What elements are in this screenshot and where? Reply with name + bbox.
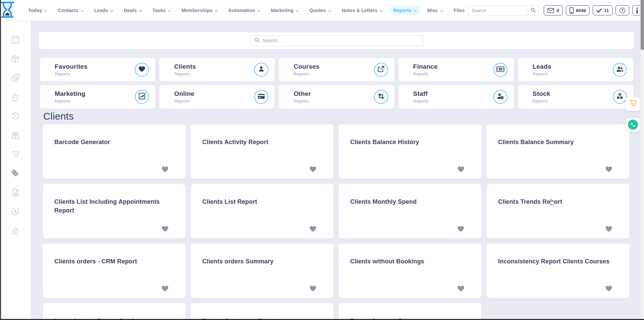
report-card-inconsistency-report-services[interactable]: Inconsistency Report Services (43, 303, 185, 320)
sidebar-gift-icon[interactable] (11, 131, 20, 140)
report-card-clients-balance-summary[interactable]: Clients Balance Summary (487, 124, 629, 179)
favourite-heart-icon[interactable] (457, 226, 465, 232)
category-title: Leads (533, 63, 613, 70)
badge-calls[interactable]: 6048 (566, 5, 590, 15)
scrollbar-thumb[interactable] (641, 0, 644, 50)
category-card-marketing[interactable]: Marketing Reports (40, 85, 155, 109)
nav-item-deals[interactable]: Deals (120, 5, 145, 15)
category-card-courses[interactable]: Courses Reports (279, 58, 394, 81)
report-card-barcode-generator[interactable]: Barcode Generator (43, 124, 185, 179)
report-card-report-consent-forms[interactable]: Report Consent Forms (339, 303, 481, 320)
chevron-down-icon (80, 10, 84, 12)
favourite-heart-icon[interactable] (457, 285, 465, 292)
nav-item-files[interactable]: Files (450, 5, 468, 15)
chevron-down-icon (110, 10, 113, 12)
favourite-heart-icon[interactable] (605, 166, 612, 173)
category-card-stock[interactable]: Stock Reports (518, 85, 633, 109)
badge-help[interactable]: ? (615, 5, 629, 15)
topbar-search-input[interactable] (468, 5, 527, 16)
nav-item-automation[interactable]: Automation (225, 5, 264, 15)
sidebar-lock-icon[interactable] (11, 227, 20, 236)
badge-tasks[interactable]: 11 (593, 5, 612, 15)
topbar-search-button[interactable] (527, 5, 539, 16)
report-card-clients-monthly-spend[interactable]: Clients Monthly Spend (339, 184, 481, 238)
nav-item-tasks[interactable]: Tasks (149, 5, 175, 15)
category-card-online[interactable]: Online Reports (159, 85, 275, 109)
category-title: Favourites (55, 63, 135, 70)
sidebar-copy-icon[interactable] (11, 74, 20, 83)
nav-item-memberships[interactable]: Memberships (178, 5, 221, 15)
favourite-heart-icon[interactable] (309, 166, 317, 173)
reports-search-input[interactable] (263, 38, 419, 43)
sidebar-cart-icon[interactable] (11, 150, 20, 159)
report-card-clients-trends-report[interactable]: Clients Trends Report (487, 184, 629, 238)
user-clock-icon (497, 93, 504, 101)
sidebar-bag-icon[interactable] (11, 93, 20, 102)
report-title: Clients Balance History (350, 138, 469, 146)
chevron-down-icon (215, 10, 218, 12)
history-icon (11, 112, 19, 122)
report-icon (11, 188, 19, 198)
report-title: Clients orders Summary (202, 257, 321, 266)
cart-icon (11, 150, 19, 159)
reports-search-field[interactable] (250, 35, 423, 46)
nav-item-notes-letters[interactable]: Notes & Letters (338, 5, 386, 15)
report-card-clients-activity-report[interactable]: Clients Activity Report (191, 124, 333, 179)
report-card-clients-without-bookings[interactable]: Clients without Bookings (339, 244, 481, 298)
sidebar-package-icon[interactable] (11, 55, 20, 64)
search-icon (254, 37, 260, 44)
report-title: Inconsistency Report Clients Courses (498, 257, 616, 266)
reports-search-band (39, 32, 634, 49)
sidebar-report-icon[interactable] (11, 189, 20, 197)
category-card-other[interactable]: Other Reports (279, 85, 394, 109)
report-card-clients-list-including-appointments-report[interactable]: Clients List Including Appointments Repo… (43, 184, 185, 238)
sidebar-account-icon[interactable] (11, 208, 20, 216)
report-card-inconsistency-report-clients-courses[interactable]: Inconsistency Report Clients Courses (487, 244, 629, 298)
nav-item-misc[interactable]: Misc (424, 5, 447, 15)
sidebar-history-icon[interactable] (11, 112, 20, 121)
nav-item-contacts[interactable]: Contacts (54, 5, 87, 15)
favourite-heart-icon[interactable] (309, 285, 317, 292)
favourite-heart-icon[interactable] (161, 226, 169, 232)
category-card-favourites[interactable]: Favourites Reports (40, 58, 155, 81)
floating-chat-button[interactable] (626, 118, 640, 132)
report-card-clients-list-report[interactable]: Clients List Report (191, 184, 333, 238)
nav-item-leads[interactable]: Leads (91, 5, 117, 15)
category-card-staff[interactable]: Staff Reports (398, 85, 514, 109)
report-card-clients-balance-history[interactable]: Clients Balance History (339, 124, 481, 179)
nav-item-today[interactable]: Today (25, 5, 51, 15)
app-logo[interactable] (0, 1, 15, 19)
nav-item-quotes[interactable]: Quotes (306, 5, 334, 15)
sidebar-calendar-icon[interactable]: 12 (11, 36, 20, 45)
sidebar-tag-icon[interactable]: $ (11, 170, 20, 178)
favourite-heart-icon[interactable] (309, 226, 317, 232)
chevron-down-icon (328, 10, 331, 12)
favourite-heart-icon[interactable] (457, 166, 465, 173)
favourite-heart-icon[interactable] (161, 166, 169, 173)
category-card-finance[interactable]: Finance Reports 0 (398, 58, 514, 81)
chevron-down-icon (379, 10, 383, 12)
page-scrollbar[interactable] (640, 0, 644, 320)
report-card-clients-orders-summary[interactable]: Clients orders Summary (191, 244, 333, 298)
nav-item-reports[interactable]: Reports (390, 5, 420, 15)
category-title: Stock (533, 90, 613, 98)
category-subtitle: Reports (533, 71, 613, 76)
badge-messages[interactable]: 0 (544, 5, 563, 15)
icon-sidebar: 12 $ (0, 21, 31, 320)
svg-text:0: 0 (500, 68, 501, 70)
favourite-heart-icon[interactable] (605, 285, 612, 292)
report-card-clients-orders-crm-report[interactable]: Clients orders - CRM Report (43, 244, 185, 298)
favourite-heart-icon[interactable] (605, 226, 612, 232)
lock-icon (11, 227, 19, 236)
category-title: Finance (413, 63, 493, 70)
category-card-clients[interactable]: Clients Reports (159, 58, 275, 81)
category-title: Clients (174, 63, 254, 70)
favourite-heart-icon[interactable] (161, 285, 169, 292)
heart-icon (138, 66, 146, 74)
category-card-leads[interactable]: Leads Reports (518, 58, 633, 81)
report-card-repeat-customers-report[interactable]: Repeat Customers Report (191, 303, 333, 320)
floating-cart-button[interactable] (626, 97, 640, 111)
chevron-down-icon (414, 10, 417, 12)
category-subtitle: Reports (55, 99, 135, 104)
nav-item-marketing[interactable]: Marketing (267, 5, 302, 15)
